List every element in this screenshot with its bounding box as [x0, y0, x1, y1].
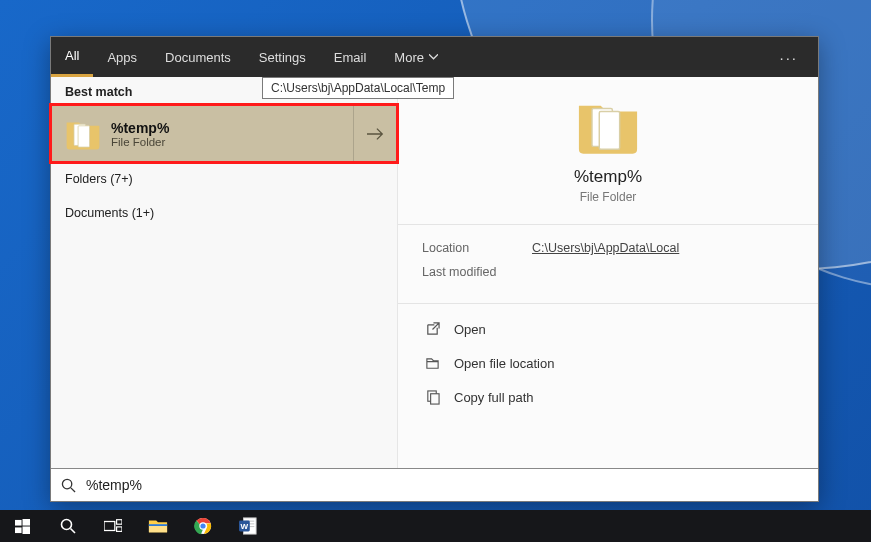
tabs-more-options[interactable]: ··· [765, 49, 812, 66]
taskbar: W [0, 510, 871, 542]
start-button[interactable] [0, 510, 45, 542]
chrome-icon [194, 517, 212, 535]
svg-rect-8 [15, 519, 22, 525]
preview-panel: %temp% File Folder Location C:\Users\bj\… [398, 77, 818, 468]
tab-email[interactable]: Email [320, 37, 381, 77]
svg-rect-18 [148, 524, 166, 526]
svg-rect-15 [116, 520, 121, 525]
tab-more-label: More [394, 50, 424, 65]
folder-open-icon [422, 353, 442, 373]
copy-icon [422, 387, 442, 407]
action-open-label: Open [454, 322, 486, 337]
svg-rect-14 [104, 522, 115, 531]
action-copy-path-label: Copy full path [454, 390, 534, 405]
start-search-window: All Apps Documents Settings Email More ·… [50, 36, 819, 502]
file-explorer-icon [148, 518, 168, 534]
taskbar-search[interactable] [45, 510, 90, 542]
modified-label: Last modified [422, 265, 532, 279]
result-subtitle: File Folder [111, 136, 353, 148]
search-tabs: All Apps Documents Settings Email More ·… [51, 37, 818, 77]
results-column: Best match %temp% File Folder [51, 77, 398, 468]
word-icon: W [239, 517, 257, 535]
category-documents[interactable]: Documents (1+) [51, 196, 397, 230]
open-icon [422, 319, 442, 339]
result-expand-arrow[interactable] [353, 105, 397, 162]
folder-icon [63, 114, 103, 154]
action-open-location-label: Open file location [454, 356, 554, 371]
svg-point-6 [62, 479, 71, 488]
file-explorer[interactable] [135, 510, 180, 542]
chevron-down-icon [429, 54, 438, 60]
path-tooltip: C:\Users\bj\AppData\Local\Temp [262, 77, 454, 99]
preview-header: %temp% File Folder [398, 77, 818, 224]
tab-apps[interactable]: Apps [93, 37, 151, 77]
task-view[interactable] [90, 510, 135, 542]
tab-all[interactable]: All [51, 37, 93, 77]
svg-rect-3 [599, 111, 619, 149]
result-title: %temp% [111, 120, 353, 136]
svg-rect-10 [15, 527, 22, 533]
tab-settings[interactable]: Settings [245, 37, 320, 77]
word[interactable]: W [225, 510, 270, 542]
best-match-result[interactable]: %temp% File Folder [51, 105, 397, 162]
windows-icon [15, 519, 30, 534]
action-copy-path[interactable]: Copy full path [408, 380, 808, 414]
preview-metadata: Location C:\Users\bj\AppData\Local Last … [398, 225, 818, 303]
svg-rect-9 [23, 519, 31, 526]
svg-line-13 [70, 529, 75, 534]
preview-actions: Open Open file location Copy full path [398, 304, 818, 422]
svg-rect-16 [116, 527, 121, 532]
search-icon [60, 518, 76, 534]
tab-more[interactable]: More [380, 37, 452, 77]
preview-subtitle: File Folder [398, 190, 818, 204]
search-icon [61, 478, 76, 493]
folder-icon [576, 97, 640, 155]
action-open[interactable]: Open [408, 312, 808, 346]
svg-text:W: W [240, 522, 248, 531]
task-view-icon [104, 519, 122, 533]
search-body: Best match %temp% File Folder [51, 77, 818, 468]
result-texts: %temp% File Folder [111, 120, 353, 148]
location-link[interactable]: C:\Users\bj\AppData\Local [532, 241, 679, 255]
svg-line-7 [71, 487, 75, 491]
search-input[interactable] [86, 477, 808, 493]
search-bar[interactable] [51, 468, 818, 501]
chrome[interactable] [180, 510, 225, 542]
svg-point-12 [61, 520, 71, 530]
action-open-location[interactable]: Open file location [408, 346, 808, 380]
svg-rect-5 [430, 393, 438, 403]
svg-rect-11 [23, 526, 31, 534]
preview-title: %temp% [398, 167, 818, 187]
tab-documents[interactable]: Documents [151, 37, 245, 77]
location-label: Location [422, 241, 532, 255]
category-folders[interactable]: Folders (7+) [51, 162, 397, 196]
arrow-right-icon [367, 127, 385, 141]
